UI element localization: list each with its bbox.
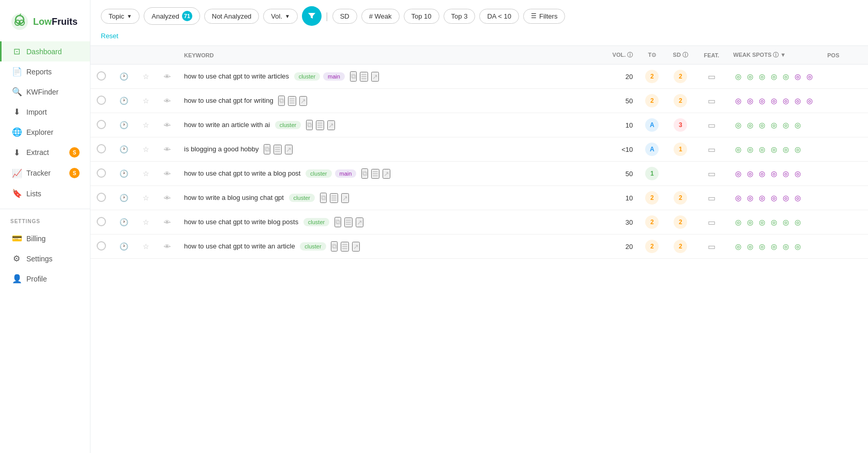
top3-filter-button[interactable]: Top 3 <box>444 9 476 24</box>
row-time-cell: 🕐 <box>112 65 135 89</box>
list-icon-button[interactable]: ☰ <box>341 242 349 252</box>
external-link-icon-button[interactable]: ↗ <box>371 72 379 82</box>
external-link-icon-button[interactable]: ↗ <box>356 217 363 227</box>
external-link-icon-button[interactable]: ↗ <box>383 169 390 179</box>
list-icon-button[interactable]: ☰ <box>288 96 296 106</box>
row-checkbox[interactable] <box>97 144 106 153</box>
fruit-icon: ◎ <box>793 71 803 82</box>
list-icon-button[interactable]: ☰ <box>330 193 338 203</box>
copy-icon-button[interactable]: ⧉ <box>331 241 338 252</box>
star-icon-button[interactable]: ☆ <box>142 144 150 154</box>
eye-icon-button[interactable]: 👁 <box>163 120 172 130</box>
star-icon-button[interactable]: ☆ <box>142 96 150 106</box>
external-link-icon-button[interactable]: ↗ <box>327 120 335 130</box>
eye-icon-button[interactable]: 👁 <box>163 96 172 106</box>
weak-filter-button[interactable]: # Weak <box>361 9 400 24</box>
eye-icon-button[interactable]: 👁 <box>163 72 172 82</box>
sidebar-item-billing[interactable]: 💳 Billing <box>0 228 90 248</box>
sidebar-item-tracker[interactable]: 📈 Tracker S <box>0 163 90 183</box>
row-checkbox-cell <box>90 65 112 89</box>
sidebar-item-settings[interactable]: ⚙ Settings <box>0 248 90 269</box>
sidebar-item-dashboard[interactable]: ⊡ Dashboard <box>0 41 90 61</box>
external-link-icon-button[interactable]: ↗ <box>299 96 307 106</box>
sidebar-item-lists[interactable]: 🔖 Lists <box>0 183 90 204</box>
row-checkbox[interactable] <box>97 168 106 178</box>
top10-filter-label: Top 10 <box>412 12 432 20</box>
list-icon-button[interactable]: ☰ <box>360 72 368 82</box>
filters-button[interactable]: ☰ Filters <box>523 9 565 24</box>
star-icon-button[interactable]: ☆ <box>142 241 150 252</box>
time-icon-button[interactable]: 🕐 <box>118 144 129 154</box>
copy-icon-button[interactable]: ⧉ <box>264 144 270 154</box>
sidebar-nav: ⊡ Dashboard 📄 Reports 🔍 KWFinder ⬇ Impor… <box>0 41 90 445</box>
list-icon-button[interactable]: ☰ <box>273 145 282 154</box>
fruit-icon: ◎ <box>781 193 791 203</box>
sidebar-item-explorer[interactable]: 🌐 Explorer <box>0 122 90 142</box>
da-filter-button[interactable]: DA < 10 <box>479 9 519 24</box>
star-icon-button[interactable]: ☆ <box>142 120 150 130</box>
time-icon-button[interactable]: 🕐 <box>118 120 129 130</box>
external-link-icon-button[interactable]: ↗ <box>352 242 360 252</box>
filter-active-button[interactable] <box>302 6 322 26</box>
copy-icon-button[interactable]: ⧉ <box>278 96 285 106</box>
eye-icon-button[interactable]: 👁 <box>163 242 172 252</box>
reset-filter-link[interactable]: Reset <box>101 32 118 40</box>
time-icon-button[interactable]: 🕐 <box>118 193 129 203</box>
top10-filter-button[interactable]: Top 10 <box>404 9 439 24</box>
sidebar-item-extract[interactable]: ⬇ Extract S <box>0 142 90 163</box>
vol-value: 50 <box>626 170 633 178</box>
star-icon-button[interactable]: ☆ <box>142 217 150 227</box>
chevron-down-icon: ▼ <box>285 13 290 19</box>
eye-icon-button[interactable]: 👁 <box>163 193 172 203</box>
not-analyzed-filter-button[interactable]: Not Analyzed <box>204 9 260 24</box>
row-checkbox[interactable] <box>97 120 106 129</box>
keyword-text: how to use chat gpt to write an article <box>184 242 295 250</box>
star-icon-button[interactable]: ☆ <box>142 168 150 179</box>
row-keyword-cell: how to write a blog using chat gpt clust… <box>178 186 598 210</box>
external-link-icon-button[interactable]: ↗ <box>285 145 293 154</box>
star-icon-button[interactable]: ☆ <box>142 71 150 82</box>
sidebar-item-label: Import <box>26 108 47 116</box>
row-checkbox[interactable] <box>97 217 106 226</box>
copy-icon-button[interactable]: ⧉ <box>350 71 357 82</box>
eye-icon-button[interactable]: 👁 <box>163 217 172 227</box>
copy-icon-button[interactable]: ⧉ <box>361 168 368 179</box>
vol-filter-button[interactable]: Vol. ▼ <box>263 9 298 24</box>
col-header-vol[interactable]: VOL. ⓘ <box>598 46 639 65</box>
list-icon-button[interactable]: ☰ <box>344 217 353 227</box>
keyword-actions: ⧉ ☰ ↗ <box>306 120 335 130</box>
time-icon-button[interactable]: 🕐 <box>118 96 129 106</box>
settings-section-label: SETTINGS <box>0 214 90 228</box>
row-checkbox[interactable] <box>97 241 106 251</box>
col-header-weak[interactable]: WEAK SPOTS ⓘ ▼ <box>727 46 821 65</box>
copy-icon-button[interactable]: ⧉ <box>334 217 341 227</box>
topic-filter-button[interactable]: Topic ▼ <box>101 9 140 24</box>
copy-icon-button[interactable]: ⧉ <box>306 120 313 130</box>
fruit-icon: ◎ <box>781 217 791 227</box>
row-checkbox[interactable] <box>97 96 106 105</box>
kwfinder-icon: 🔍 <box>12 87 21 97</box>
copy-icon-button[interactable]: ⧉ <box>320 193 327 203</box>
sidebar-item-profile[interactable]: 👤 Profile <box>0 269 90 289</box>
eye-icon-button[interactable]: 👁 <box>163 169 172 179</box>
time-icon-button[interactable]: 🕐 <box>118 71 129 82</box>
row-star-cell: ☆ <box>135 89 157 113</box>
external-link-icon-button[interactable]: ↗ <box>341 193 349 203</box>
list-icon-button[interactable]: ☰ <box>371 169 379 179</box>
fruit-icon: ◎ <box>733 120 743 130</box>
time-icon-button[interactable]: 🕐 <box>118 217 129 227</box>
sidebar-item-import[interactable]: ⬇ Import <box>0 102 90 122</box>
list-icon-button[interactable]: ☰ <box>316 120 324 130</box>
sidebar-item-kwfinder[interactable]: 🔍 KWFinder <box>0 82 90 102</box>
sd-filter-button[interactable]: SD <box>332 9 357 24</box>
sidebar-item-reports[interactable]: 📄 Reports <box>0 61 90 82</box>
row-checkbox[interactable] <box>97 71 106 81</box>
row-checkbox[interactable] <box>97 193 106 202</box>
time-icon-button[interactable]: 🕐 <box>118 168 129 179</box>
time-icon-button[interactable]: 🕐 <box>118 241 129 252</box>
star-icon-button[interactable]: ☆ <box>142 193 150 203</box>
analyzed-filter-button[interactable]: Analyzed 71 <box>144 7 200 25</box>
row-checkbox-cell <box>90 113 112 137</box>
eye-icon-button[interactable]: 👁 <box>163 145 172 154</box>
sidebar-item-label: Dashboard <box>26 48 62 56</box>
